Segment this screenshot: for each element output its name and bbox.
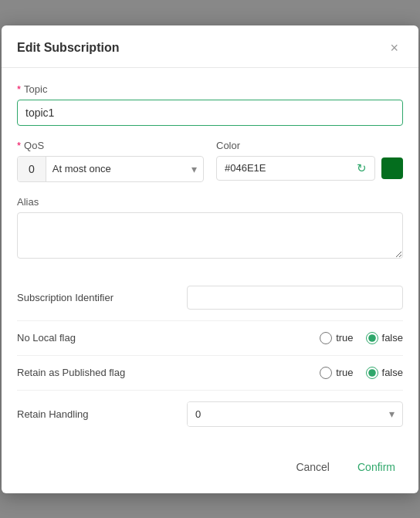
subscription-identifier-row: Subscription Identifier (17, 275, 403, 321)
color-hex-value: #046E1E (225, 162, 352, 174)
qos-select[interactable]: At most once At least once Exactly once (46, 157, 191, 181)
no-local-flag-radio-group: true false (320, 332, 403, 344)
no-local-true-radio[interactable] (320, 332, 332, 344)
topic-input[interactable] (17, 100, 403, 126)
subscription-identifier-input[interactable] (187, 286, 403, 310)
modal-title: Edit Subscription (17, 41, 119, 55)
subscription-identifier-label: Subscription Identifier (17, 292, 187, 303)
topic-field-group: * Topic (17, 83, 403, 126)
qos-dropdown-arrow-icon: ▾ (191, 157, 203, 181)
qos-select-wrap: 0 At most once At least once Exactly onc… (17, 156, 204, 182)
no-local-flag-label: No Local flag (17, 332, 320, 344)
alias-input[interactable] (17, 212, 403, 259)
no-local-false-radio[interactable] (366, 332, 378, 344)
color-refresh-icon[interactable]: ↻ (357, 161, 367, 175)
retain-as-published-false-option[interactable]: false (366, 367, 403, 379)
retain-as-published-false-radio[interactable] (366, 367, 378, 379)
no-local-false-option[interactable]: false (366, 332, 403, 344)
retain-handling-select[interactable]: 0 1 2 (188, 402, 381, 426)
retain-as-published-radio-group: true false (320, 367, 403, 379)
retain-handling-select-wrap: 0 1 2 ▾ (187, 401, 403, 427)
modal-footer: Cancel Confirm (2, 445, 418, 493)
retain-as-published-true-radio[interactable] (320, 367, 332, 379)
no-local-true-option[interactable]: true (320, 332, 353, 344)
retain-as-published-flag-row: Retain as Published flag true false (17, 356, 403, 391)
qos-number: 0 (18, 157, 46, 181)
color-row: #046E1E ↻ (216, 156, 403, 181)
close-icon: × (390, 40, 398, 56)
retain-handling-row: Retain Handling 0 1 2 ▾ (17, 391, 403, 438)
alias-field-group: Alias (17, 196, 403, 261)
color-field-group: Color #046E1E ↻ (216, 140, 403, 182)
modal-header: Edit Subscription × (2, 25, 418, 68)
color-label: Color (216, 140, 403, 151)
cancel-button[interactable]: Cancel (288, 456, 337, 478)
color-swatch[interactable] (381, 157, 403, 179)
alias-label: Alias (17, 196, 403, 208)
retain-as-published-flag-label: Retain as Published flag (17, 367, 320, 378)
no-local-flag-row: No Local flag true false (17, 321, 403, 356)
topic-label: * Topic (17, 83, 403, 95)
qos-field-group: * QoS 0 At most once At least once Exact… (17, 140, 204, 182)
topic-required-star: * (17, 83, 21, 95)
confirm-button[interactable]: Confirm (350, 456, 403, 478)
retain-handling-dropdown-arrow-icon: ▾ (381, 408, 402, 420)
retain-handling-label: Retain Handling (17, 408, 187, 420)
color-input-wrap: #046E1E ↻ (216, 156, 375, 181)
qos-label: * QoS (17, 140, 204, 151)
edit-subscription-modal: Edit Subscription × * Topic * (2, 25, 418, 493)
modal-body: * Topic * QoS 0 At most once (2, 68, 418, 445)
close-button[interactable]: × (385, 39, 403, 56)
qos-color-row: * QoS 0 At most once At least once Exact… (17, 140, 403, 182)
qos-required-star: * (17, 140, 21, 151)
retain-as-published-true-option[interactable]: true (320, 367, 353, 379)
